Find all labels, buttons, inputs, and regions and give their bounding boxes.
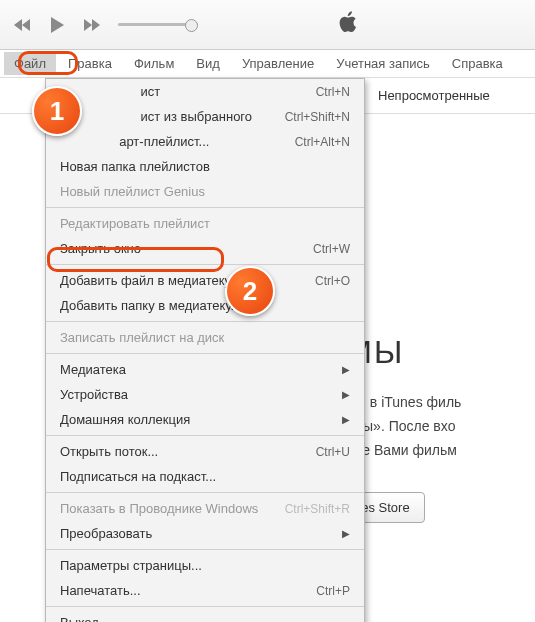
menu-separator bbox=[46, 264, 364, 265]
menu-edit-playlist: Редактировать плейлист bbox=[46, 211, 364, 236]
menu-open-stream[interactable]: Открыть поток... Ctrl+U bbox=[46, 439, 364, 464]
menu-shortcut: Ctrl+U bbox=[316, 445, 350, 459]
player-toolbar bbox=[0, 0, 535, 50]
menu-item-label: Открыть поток... bbox=[60, 444, 158, 459]
chevron-right-icon: ▶ bbox=[342, 389, 350, 400]
menu-subscribe-podcast[interactable]: Подписаться на подкаст... bbox=[46, 464, 364, 489]
menu-separator bbox=[46, 606, 364, 607]
menu-item-label: Выход bbox=[60, 615, 99, 622]
next-button[interactable] bbox=[76, 10, 106, 40]
menu-item-label: Устройства bbox=[60, 387, 128, 402]
prev-button[interactable] bbox=[8, 10, 38, 40]
chevron-right-icon: ▶ bbox=[342, 364, 350, 375]
menu-new-playlist-from-selection[interactable]: Новый плейлист из выбранного Ctrl+Shift+… bbox=[46, 104, 364, 129]
menu-show-in-explorer: Показать в Проводнике Windows Ctrl+Shift… bbox=[46, 496, 364, 521]
menu-item-label: Домашняя коллекция bbox=[60, 412, 190, 427]
menu-view[interactable]: Вид bbox=[186, 52, 230, 75]
file-menu-dropdown: Новый плейлист Ctrl+N Новый плейлист из … bbox=[45, 78, 365, 622]
menu-exit[interactable]: Выход bbox=[46, 610, 364, 622]
menu-new-smart-playlist[interactable]: Новый смарт-плейлист... Ctrl+Alt+N bbox=[46, 129, 364, 154]
menu-item-label: Напечатать... bbox=[60, 583, 141, 598]
menu-item-label: Подписаться на подкаст... bbox=[60, 469, 216, 484]
menu-movie[interactable]: Фильм bbox=[124, 52, 184, 75]
menu-help[interactable]: Справка bbox=[442, 52, 513, 75]
chevron-right-icon: ▶ bbox=[342, 414, 350, 425]
menu-separator bbox=[46, 492, 364, 493]
menu-close-window[interactable]: Закрыть окно Ctrl+W bbox=[46, 236, 364, 261]
menu-shortcut: Ctrl+Alt+N bbox=[295, 135, 350, 149]
menu-separator bbox=[46, 353, 364, 354]
menu-home-sharing-submenu[interactable]: Домашняя коллекция ▶ bbox=[46, 407, 364, 432]
menu-shortcut: Ctrl+N bbox=[316, 85, 350, 99]
annotation-badge-2: 2 bbox=[225, 266, 275, 316]
menu-shortcut: Ctrl+W bbox=[313, 242, 350, 256]
menu-item-label: Новый плейлист Genius bbox=[60, 184, 205, 199]
tab-unwatched[interactable]: Непросмотренные bbox=[366, 82, 502, 109]
chevron-right-icon: ▶ bbox=[342, 528, 350, 539]
menu-convert-submenu[interactable]: Преобразовать ▶ bbox=[46, 521, 364, 546]
menu-devices-submenu[interactable]: Устройства ▶ bbox=[46, 382, 364, 407]
menu-print[interactable]: Напечатать... Ctrl+P bbox=[46, 578, 364, 603]
menu-item-label: Преобразовать bbox=[60, 526, 152, 541]
menu-item-label: Редактировать плейлист bbox=[60, 216, 210, 231]
menu-shortcut: Ctrl+Shift+N bbox=[285, 110, 350, 124]
menu-item-label: Новый смарт-плейлист... bbox=[60, 134, 209, 149]
menu-separator bbox=[46, 549, 364, 550]
menu-shortcut: Ctrl+P bbox=[316, 584, 350, 598]
menu-item-label: Добавить папку в медиатеку... bbox=[60, 298, 241, 313]
menu-shortcut: Ctrl+O bbox=[315, 274, 350, 288]
volume-slider[interactable] bbox=[118, 23, 198, 26]
apple-logo-icon bbox=[338, 10, 358, 40]
menu-page-setup[interactable]: Параметры страницы... bbox=[46, 553, 364, 578]
menu-item-label: Новая папка плейлистов bbox=[60, 159, 210, 174]
menu-separator bbox=[46, 321, 364, 322]
menu-item-label: Закрыть окно bbox=[60, 241, 141, 256]
menu-new-playlist[interactable]: Новый плейлист Ctrl+N bbox=[46, 79, 364, 104]
menu-new-playlist-folder[interactable]: Новая папка плейлистов bbox=[46, 154, 364, 179]
menu-library-submenu[interactable]: Медиатека ▶ bbox=[46, 357, 364, 382]
menu-separator bbox=[46, 207, 364, 208]
menu-account[interactable]: Учетная запись bbox=[326, 52, 440, 75]
menu-shortcut: Ctrl+Shift+R bbox=[285, 502, 350, 516]
menu-add-folder-to-library[interactable]: Добавить папку в медиатеку... bbox=[46, 293, 364, 318]
menu-item-label: Показать в Проводнике Windows bbox=[60, 501, 258, 516]
menu-separator bbox=[46, 435, 364, 436]
menu-item-label: Записать плейлист на диск bbox=[60, 330, 224, 345]
menu-controls[interactable]: Управление bbox=[232, 52, 324, 75]
menu-item-label: Добавить файл в медиатеку... bbox=[60, 273, 241, 288]
menu-new-genius-playlist: Новый плейлист Genius bbox=[46, 179, 364, 204]
menu-edit[interactable]: Правка bbox=[58, 52, 122, 75]
menu-burn-playlist: Записать плейлист на диск bbox=[46, 325, 364, 350]
playback-controls bbox=[8, 10, 206, 40]
menu-item-label: Параметры страницы... bbox=[60, 558, 202, 573]
menubar: Файл Правка Фильм Вид Управление Учетная… bbox=[0, 50, 535, 78]
menu-item-label: Медиатека bbox=[60, 362, 126, 377]
menu-add-file-to-library[interactable]: Добавить файл в медиатеку... Ctrl+O bbox=[46, 268, 364, 293]
play-button[interactable] bbox=[42, 10, 72, 40]
annotation-badge-1: 1 bbox=[32, 86, 82, 136]
menu-item-label: Новый плейлист из выбранного bbox=[60, 109, 252, 124]
menu-file[interactable]: Файл bbox=[4, 52, 56, 75]
